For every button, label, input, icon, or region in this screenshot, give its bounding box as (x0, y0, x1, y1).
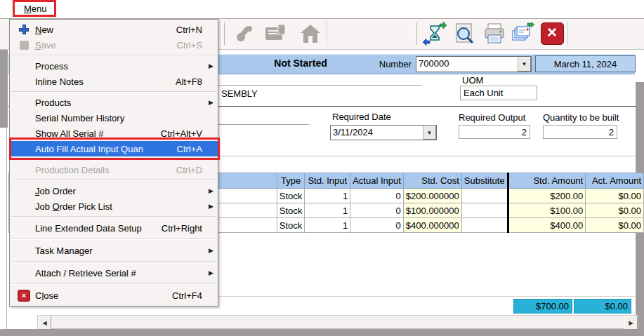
menu-item-show-all-serial[interactable]: Show All Serial # Ctrl+Alt+V (10, 126, 218, 141)
uom-field: Each Unit (460, 86, 537, 100)
required-date-combobox[interactable]: 3/11/2024 ▼ (330, 125, 437, 140)
record-date-display: March 11, 2024 (535, 55, 636, 72)
menu-dropdown: New Ctrl+N Save Ctrl+S Process ▶ Inline … (9, 19, 218, 307)
cell-std-cost: $100.000000 (403, 203, 461, 218)
cell-act-amount: $0.00 (586, 189, 644, 203)
new-icon (13, 25, 35, 34)
menu-item-attach-retrieve-serial[interactable]: Attach / Retrieve Serial # ▶ (10, 264, 218, 281)
menu-item-serial-number-history[interactable]: Serial Number History (10, 110, 218, 126)
menu-item-products[interactable]: Products ▶ (10, 95, 218, 110)
print-preview-icon[interactable] (452, 21, 477, 46)
toolbar-separator (221, 22, 225, 45)
required-output-value: 2 (522, 127, 527, 137)
save-icon (13, 41, 35, 50)
required-date-value: 3/11/2024 (331, 126, 423, 140)
cell-actual-input[interactable]: 0 (350, 218, 404, 233)
menu-item-auto-fill-actual-input-quantities[interactable]: Auto Fill Actual Input Quantities Ctrl+A (10, 141, 218, 156)
std-amount-total: $700.00 (513, 299, 572, 314)
menu-separator (10, 156, 218, 162)
required-output-field[interactable]: 2 (459, 125, 530, 139)
quantity-to-build-field[interactable]: 2 (543, 125, 617, 139)
record-date-text: March 11, 2024 (554, 59, 617, 69)
number-value: 700000 (416, 57, 518, 72)
menu-item-close[interactable]: × Close Ctrl+F4 (10, 287, 218, 304)
menu-item-line-extended-data-setup[interactable]: Line Extended Data Setup Ctrl+Right (10, 220, 218, 236)
menu-bar-item-label: Menu (24, 4, 47, 14)
close-x-icon: × (541, 22, 564, 45)
uom-value: Each Unit (464, 88, 503, 98)
cell-std-input[interactable]: 1 (305, 218, 350, 233)
cell-act-amount: $0.00 (586, 203, 644, 218)
description-partial-text: SEMBLY (221, 88, 258, 99)
number-combobox[interactable]: 700000 ▼ (416, 56, 532, 72)
cell-actual-input[interactable]: 0 (350, 203, 404, 218)
close-window-button[interactable]: × (539, 21, 565, 46)
application-window: Menu (0, 0, 644, 336)
submenu-arrow-icon: ▶ (204, 247, 213, 254)
submenu-arrow-icon: ▶ (204, 99, 213, 106)
cell-std-amount: $400.00 (508, 218, 586, 233)
quantity-to-build-value: 2 (609, 127, 614, 137)
cell-std-cost: $200.000000 (403, 189, 461, 203)
menu-item-task-manager[interactable]: Task Manager ▶ (10, 242, 218, 259)
chevron-down-icon[interactable]: ▼ (423, 126, 436, 140)
report-icon (263, 21, 288, 46)
menu-item-save: Save Ctrl+S (10, 37, 218, 53)
cell-substitute[interactable] (461, 189, 508, 203)
act-amount-total: $0.00 (574, 299, 631, 314)
menu-item-inline-notes[interactable]: Inline Notes Alt+F8 (10, 74, 218, 89)
close-icon: × (13, 290, 35, 302)
cell-std-input[interactable]: 1 (305, 203, 350, 218)
scroll-left-button[interactable]: ◀ (38, 316, 51, 330)
menu-item-production-details: Production Details Ctrl+D (10, 162, 218, 177)
bottom-window-edge (0, 329, 644, 336)
cell-std-amount: $200.00 (508, 189, 586, 203)
col-header-type: Type (277, 173, 305, 189)
col-header-substitute: Substitute (461, 173, 508, 189)
col-header-act-amount: Act. Amount (586, 173, 644, 189)
chevron-down-icon[interactable]: ▼ (518, 57, 531, 72)
cell-substitute[interactable] (461, 203, 508, 218)
number-label: Number (362, 59, 412, 69)
act-amount-total-value: $0.00 (605, 301, 628, 311)
required-date-label: Required Date (332, 112, 391, 122)
cell-actual-input[interactable]: 0 (350, 189, 404, 203)
col-header-std-amount: Std. Amount (508, 173, 586, 189)
cell-std-input[interactable]: 1 (305, 189, 350, 203)
submenu-arrow-icon: ▶ (204, 269, 213, 276)
col-header-actual-input: Actual Input (350, 173, 404, 189)
status-text: Not Started (237, 58, 364, 69)
toolbar-divider (327, 21, 327, 46)
menu-bar: Menu (0, 0, 644, 19)
menu-separator (10, 281, 218, 287)
scroll-right-button[interactable]: ▶ (624, 316, 638, 330)
left-frame-line (6, 128, 7, 329)
menu-bar-item[interactable]: Menu (19, 2, 52, 15)
email-send-icon[interactable] (510, 21, 535, 46)
print-icon[interactable] (482, 21, 507, 46)
submenu-arrow-icon: ▶ (204, 203, 213, 210)
wrench-icon (232, 21, 257, 46)
cell-substitute[interactable] (461, 218, 508, 233)
menu-separator (10, 236, 218, 242)
cell-std-cost: $400.000000 (403, 218, 461, 233)
toolbar-divider (567, 21, 568, 46)
menu-separator (10, 214, 218, 220)
cell-std-amount: $100.00 (508, 203, 586, 218)
required-output-label: Required Output (459, 112, 525, 123)
cell-type[interactable]: Stock (277, 189, 305, 203)
menu-item-new[interactable]: New Ctrl+N (10, 22, 218, 37)
std-amount-total-value: $700.00 (536, 301, 569, 311)
menu-item-process[interactable]: Process ▶ (10, 58, 218, 74)
uom-label: UOM (462, 75, 483, 86)
menu-item-job-order-pick-list[interactable]: Job Order Pick List ▶ (10, 199, 218, 214)
submenu-arrow-icon: ▶ (204, 62, 213, 69)
menu-separator (10, 53, 218, 58)
cell-type[interactable]: Stock (277, 203, 305, 218)
horizontal-scrollbar[interactable]: ◀ ▶ (37, 315, 638, 329)
submenu-arrow-icon: ▶ (204, 187, 213, 194)
menu-item-job-order[interactable]: Job Order ▶ (10, 183, 218, 199)
cell-type[interactable]: Stock (277, 218, 305, 233)
process-hourglass-icon[interactable] (422, 21, 447, 46)
toolbar-separator (414, 22, 417, 45)
